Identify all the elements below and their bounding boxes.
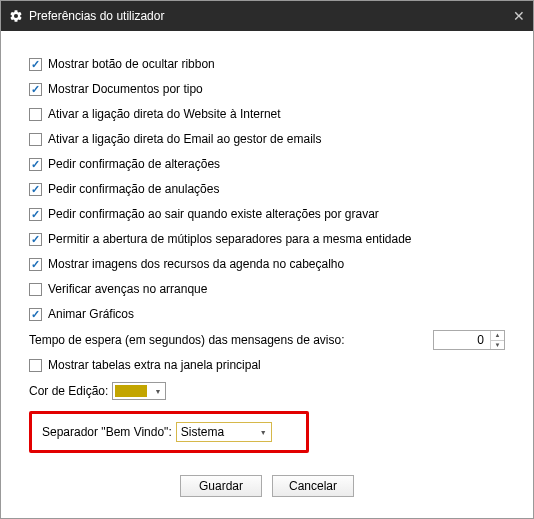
edit-color-label: Cor de Edição: <box>29 384 108 398</box>
highlighted-area: Separador "Bem Vindo": Sistema ▼ <box>29 411 309 453</box>
spinner-down-icon[interactable]: ▼ <box>491 341 504 350</box>
timeout-label: Tempo de espera (em segundos) das mensag… <box>29 333 345 347</box>
opt-agenda-images-label: Mostrar imagens dos recursos da agenda n… <box>48 257 344 271</box>
opt-email-direct-label: Ativar a ligação direta do Email ao gest… <box>48 132 321 146</box>
opt-check-startup-label: Verificar avenças no arranque <box>48 282 207 296</box>
timeout-input[interactable] <box>434 331 490 349</box>
extra-tables-row: Mostrar tabelas extra na janela principa… <box>29 355 505 375</box>
opt-multi-tabs-label: Permitir a abertura de mútiplos separado… <box>48 232 412 246</box>
opt-confirm-exit-label: Pedir confirmação ao sair quando existe … <box>48 207 379 221</box>
opt-check-startup-checkbox[interactable] <box>29 283 42 296</box>
welcome-tab-label: Separador "Bem Vindo": <box>42 425 172 439</box>
extra-tables-checkbox[interactable] <box>29 359 42 372</box>
opt-animate-charts-checkbox[interactable] <box>29 308 42 321</box>
opt-confirm-cancel-row: Pedir confirmação de anulações <box>29 179 505 199</box>
opt-agenda-images-checkbox[interactable] <box>29 258 42 271</box>
button-bar: Guardar Cancelar <box>29 475 505 497</box>
welcome-tab-row: Separador "Bem Vindo": Sistema ▼ <box>42 422 296 442</box>
timeout-input-wrapper: ▲ ▼ <box>433 330 505 350</box>
edit-color-row: Cor de Edição: ▼ <box>29 381 505 401</box>
opt-animate-charts-row: Animar Gráficos <box>29 304 505 324</box>
chevron-down-icon: ▼ <box>260 429 267 436</box>
opt-docs-by-type-checkbox[interactable] <box>29 83 42 96</box>
titlebar: Preferências do utilizador ✕ <box>1 1 533 31</box>
edit-color-picker[interactable]: ▼ <box>112 382 166 400</box>
extra-tables-label: Mostrar tabelas extra na janela principa… <box>48 358 261 372</box>
opt-hide-ribbon-row: Mostrar botão de ocultar ribbon <box>29 54 505 74</box>
opt-website-direct-row: Ativar a ligação direta do Website à Int… <box>29 104 505 124</box>
opt-animate-charts-label: Animar Gráficos <box>48 307 134 321</box>
opt-docs-by-type-row: Mostrar Documentos por tipo <box>29 79 505 99</box>
timeout-row: Tempo de espera (em segundos) das mensag… <box>29 330 505 350</box>
save-button[interactable]: Guardar <box>180 475 262 497</box>
opt-agenda-images-row: Mostrar imagens dos recursos da agenda n… <box>29 254 505 274</box>
close-icon[interactable]: ✕ <box>497 8 525 24</box>
opt-multi-tabs-row: Permitir a abertura de mútiplos separado… <box>29 229 505 249</box>
opt-hide-ribbon-label: Mostrar botão de ocultar ribbon <box>48 57 215 71</box>
opt-confirm-cancel-label: Pedir confirmação de anulações <box>48 182 219 196</box>
welcome-tab-select[interactable]: Sistema ▼ <box>176 422 272 442</box>
opt-confirm-exit-checkbox[interactable] <box>29 208 42 221</box>
opt-website-direct-label: Ativar a ligação direta do Website à Int… <box>48 107 281 121</box>
welcome-tab-value: Sistema <box>181 425 224 439</box>
opt-docs-by-type-label: Mostrar Documentos por tipo <box>48 82 203 96</box>
opt-confirm-cancel-checkbox[interactable] <box>29 183 42 196</box>
opt-confirm-changes-row: Pedir confirmação de alterações <box>29 154 505 174</box>
opt-confirm-changes-checkbox[interactable] <box>29 158 42 171</box>
opt-website-direct-checkbox[interactable] <box>29 108 42 121</box>
opt-multi-tabs-checkbox[interactable] <box>29 233 42 246</box>
opt-confirm-changes-label: Pedir confirmação de alterações <box>48 157 220 171</box>
opt-hide-ribbon-checkbox[interactable] <box>29 58 42 71</box>
opt-check-startup-row: Verificar avenças no arranque <box>29 279 505 299</box>
window-title: Preferências do utilizador <box>29 9 164 23</box>
chevron-down-icon: ▼ <box>154 388 163 395</box>
opt-confirm-exit-row: Pedir confirmação ao sair quando existe … <box>29 204 505 224</box>
gear-icon <box>9 9 23 23</box>
opt-email-direct-checkbox[interactable] <box>29 133 42 146</box>
content-area: Mostrar botão de ocultar ribbonMostrar D… <box>1 31 533 509</box>
opt-email-direct-row: Ativar a ligação direta do Email ao gest… <box>29 129 505 149</box>
timeout-spinner[interactable]: ▲ ▼ <box>490 331 504 349</box>
cancel-button[interactable]: Cancelar <box>272 475 354 497</box>
color-swatch-icon <box>115 385 147 397</box>
spinner-up-icon[interactable]: ▲ <box>491 331 504 341</box>
